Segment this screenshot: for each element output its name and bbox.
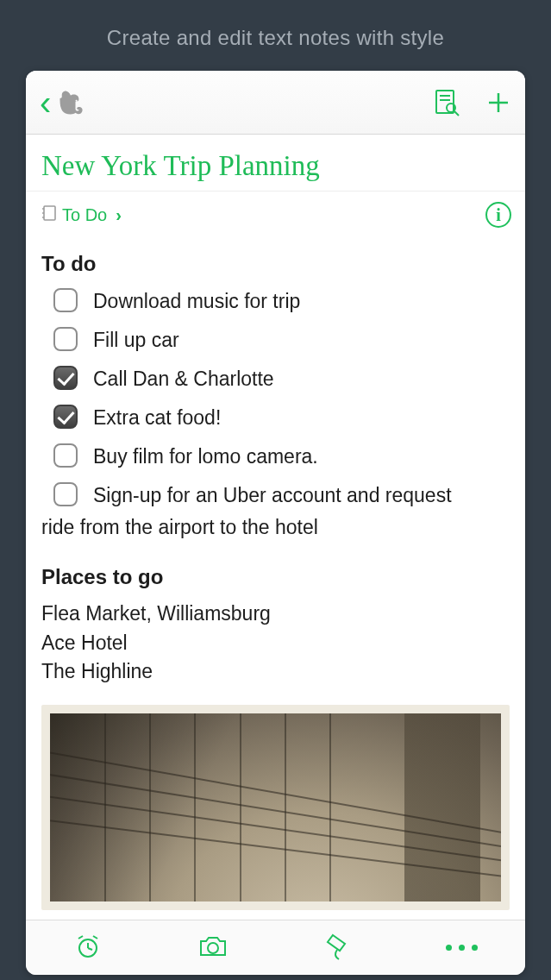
notebook-icon xyxy=(41,204,57,226)
microphone-icon[interactable] xyxy=(324,932,350,964)
todo-checkbox[interactable] xyxy=(53,366,78,390)
todo-item: Download music for trip xyxy=(53,288,510,315)
svg-line-13 xyxy=(88,948,92,950)
alarm-icon[interactable] xyxy=(74,933,102,964)
document-search-icon[interactable] xyxy=(434,89,460,116)
promo-heading: Create and edit text notes with style xyxy=(0,0,551,71)
todo-checkbox[interactable] xyxy=(53,405,78,429)
todo-checkbox[interactable] xyxy=(53,288,78,312)
note-body[interactable]: To do Download music for tripFill up car… xyxy=(26,235,525,920)
svg-line-4 xyxy=(454,111,459,116)
svg-point-16 xyxy=(208,943,218,953)
todo-label-continuation: ride from the airport to the hotel xyxy=(41,514,510,541)
todo-list: Download music for tripFill up carCall D… xyxy=(41,288,510,541)
top-toolbar: ‹ xyxy=(26,71,525,135)
add-icon[interactable] xyxy=(485,90,511,116)
todo-item: Extra cat food! xyxy=(53,405,510,431)
svg-rect-7 xyxy=(44,206,55,220)
place-item: Flea Market, Williamsburg xyxy=(41,600,510,628)
place-item: The Highline xyxy=(41,657,510,686)
evernote-elephant-icon[interactable] xyxy=(56,87,87,118)
todo-section-title: To do xyxy=(41,252,510,276)
todo-item: Sign-up for an Uber account and request xyxy=(53,482,510,509)
todo-label: Buy film for lomo camera. xyxy=(93,443,318,470)
camera-icon[interactable] xyxy=(197,933,229,963)
todo-checkbox[interactable] xyxy=(53,443,78,468)
todo-label: Sign-up for an Uber account and request xyxy=(93,482,452,509)
todo-checkbox[interactable] xyxy=(53,327,78,351)
svg-line-14 xyxy=(78,936,83,939)
notebook-label: To Do xyxy=(62,205,107,225)
todo-item: Fill up car xyxy=(53,327,510,354)
todo-checkbox[interactable] xyxy=(53,482,78,506)
svg-line-15 xyxy=(93,936,97,939)
todo-label: Call Dan & Charlotte xyxy=(93,366,274,393)
todo-label: Download music for trip xyxy=(93,288,300,315)
place-item: Ace Hotel xyxy=(41,629,510,657)
svg-rect-0 xyxy=(436,91,454,113)
back-chevron-icon[interactable]: ‹ xyxy=(40,85,51,120)
bottom-toolbar xyxy=(26,920,525,975)
todo-item: Call Dan & Charlotte xyxy=(53,366,510,393)
todo-label: Extra cat food! xyxy=(93,405,221,431)
embedded-photo[interactable] xyxy=(41,705,510,910)
places-section-title: Places to go xyxy=(41,565,510,589)
more-icon[interactable] xyxy=(446,945,478,951)
note-title[interactable]: New York Trip Planning xyxy=(41,150,510,182)
note-title-area: New York Trip Planning xyxy=(26,135,525,192)
places-list: Flea Market, WilliamsburgAce HotelThe Hi… xyxy=(41,600,510,686)
chevron-right-icon: › xyxy=(116,205,122,225)
app-frame: ‹ xyxy=(26,71,525,975)
notebook-selector[interactable]: To Do › xyxy=(41,204,122,226)
todo-label: Fill up car xyxy=(93,327,179,354)
todo-item: Buy film for lomo camera. xyxy=(53,443,510,470)
note-meta-row: To Do › i xyxy=(26,192,525,235)
info-icon[interactable]: i xyxy=(485,202,511,228)
